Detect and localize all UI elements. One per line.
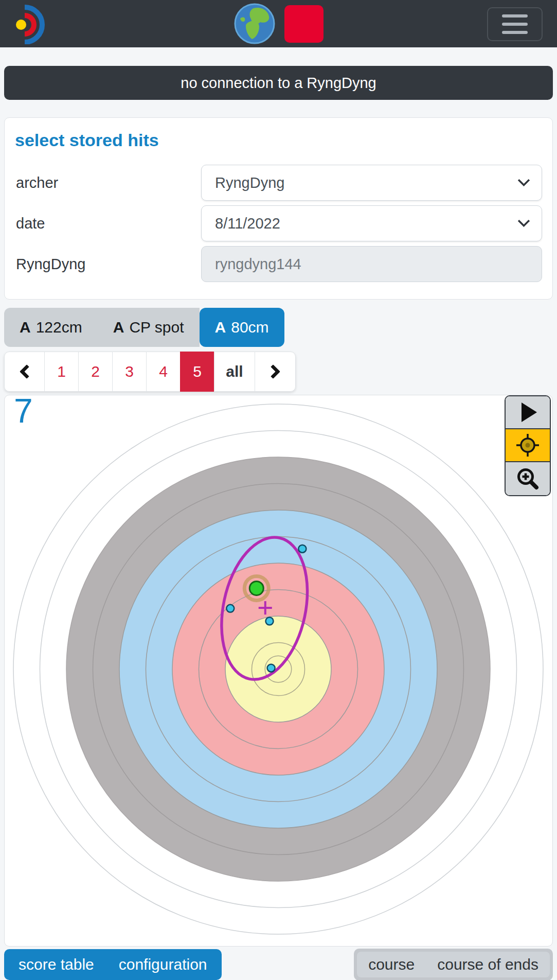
- chevron-right-icon: [266, 364, 280, 379]
- end-pagination: 1 2 3 4 5 all: [4, 352, 296, 392]
- crosshair-icon: [515, 433, 540, 458]
- hit-point: [267, 664, 275, 672]
- app-root: no connection to a RyngDyng select store…: [0, 0, 557, 980]
- next-end-button[interactable]: [255, 352, 296, 392]
- footer-right-group: course course of ends: [354, 949, 553, 980]
- date-value: 8/11/2022: [215, 215, 280, 232]
- hamburger-icon: [502, 23, 528, 26]
- magnifier-plus-icon: [515, 466, 540, 491]
- end-page-1[interactable]: 1: [44, 352, 79, 392]
- archer-label: archer: [15, 174, 201, 191]
- end-page-all[interactable]: all: [214, 352, 255, 392]
- tab-a-122cm[interactable]: A 122cm: [4, 308, 98, 347]
- date-select[interactable]: 8/11/2022: [201, 205, 542, 241]
- hit-point: [266, 617, 274, 625]
- ryngdyng-logo-icon[interactable]: [7, 3, 59, 44]
- tab-prefix: A: [113, 319, 124, 336]
- device-label: RyngDyng: [15, 256, 201, 273]
- latest-hit-point: [249, 581, 263, 595]
- score-label: 7: [14, 395, 33, 430]
- chevron-down-icon: [517, 174, 530, 186]
- center-target-button[interactable]: [506, 429, 550, 462]
- hit-point: [298, 545, 306, 553]
- hamburger-icon: [502, 31, 528, 34]
- end-page-4[interactable]: 4: [146, 352, 181, 392]
- stored-hits-card: select stored hits archer RyngDyng date …: [4, 117, 553, 300]
- device-field: ryngdyng144: [201, 246, 542, 282]
- prev-end-button[interactable]: [4, 352, 45, 392]
- target-face[interactable]: [5, 395, 552, 946]
- end-page-5[interactable]: 5: [180, 352, 214, 392]
- target-toolbar: [505, 395, 551, 496]
- end-page-2[interactable]: 2: [78, 352, 113, 392]
- archer-value: RyngDyng: [215, 174, 284, 191]
- course-button[interactable]: course: [368, 956, 415, 973]
- menu-button[interactable]: [487, 7, 543, 41]
- course-of-ends-button[interactable]: course of ends: [437, 956, 538, 973]
- connection-status-banner: no connection to a RyngDyng: [4, 66, 553, 100]
- tab-label: 80cm: [231, 319, 268, 336]
- archer-row: archer RyngDyng: [15, 165, 542, 201]
- score-table-button[interactable]: score table: [19, 956, 94, 973]
- tab-label: CP spot: [129, 319, 184, 336]
- tab-a-cp-spot[interactable]: A CP spot: [98, 308, 200, 347]
- hamburger-icon: [502, 14, 528, 18]
- device-value: ryngdyng144: [215, 256, 301, 273]
- globe-icon[interactable]: [234, 3, 275, 44]
- archer-select[interactable]: RyngDyng: [201, 165, 542, 201]
- zoom-in-button[interactable]: [506, 462, 550, 495]
- date-label: date: [15, 215, 201, 232]
- end-page-3[interactable]: 3: [112, 352, 147, 392]
- footer-left-group: score table configuration: [4, 949, 222, 980]
- play-button[interactable]: [506, 396, 550, 429]
- chevron-down-icon: [517, 215, 530, 227]
- footer-right-inner: course course of ends: [357, 952, 550, 977]
- tab-a-80cm[interactable]: A 80cm: [200, 308, 284, 347]
- tab-label: 122cm: [36, 319, 82, 336]
- footer-bar: score table configuration course course …: [4, 949, 553, 980]
- device-row: RyngDyng ryngdyng144: [15, 246, 542, 282]
- configuration-button[interactable]: configuration: [119, 956, 207, 973]
- chevron-left-icon: [19, 364, 33, 379]
- play-icon: [522, 402, 537, 422]
- target-panel: 7: [4, 395, 553, 947]
- tab-prefix: A: [20, 319, 31, 336]
- target-face-tabs: A 122cm A CP spot A 80cm: [4, 308, 553, 347]
- stored-hits-title: select stored hits: [15, 130, 542, 150]
- tab-prefix: A: [215, 319, 226, 336]
- date-row: date 8/11/2022: [15, 205, 542, 241]
- hit-point: [226, 605, 234, 612]
- language-selector: [234, 3, 324, 44]
- app-header: [0, 0, 557, 47]
- flag-red-icon[interactable]: [284, 5, 324, 43]
- connection-status-text: no connection to a RyngDyng: [181, 75, 376, 92]
